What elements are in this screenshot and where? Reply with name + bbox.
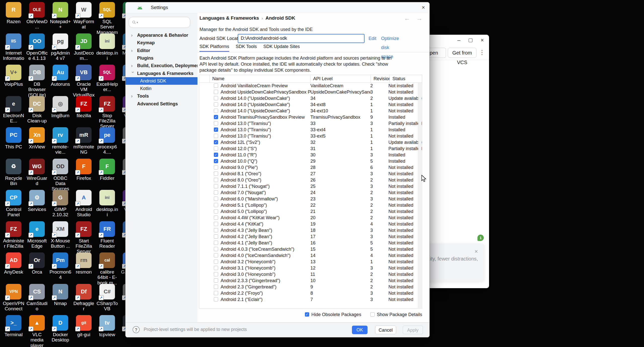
- desktop-icon[interactable]: DB ↗ DB Browser (SQLite): [26, 65, 48, 98]
- row-checkbox[interactable]: [214, 215, 218, 220]
- row-checkbox[interactable]: [214, 272, 218, 276]
- row-checkbox[interactable]: [214, 90, 218, 94]
- desktop-icon[interactable]: AD ↗ AnyDesk: [3, 252, 25, 275]
- row-checkbox[interactable]: [214, 102, 218, 107]
- desktop-icon[interactable]: W ↗ WayFormat: [73, 2, 95, 30]
- header-status[interactable]: Status: [389, 75, 422, 82]
- row-checkbox[interactable]: [214, 203, 218, 207]
- desktop-icon[interactable]: rv ↗ remote-vie...: [49, 127, 71, 155]
- desktop-icon[interactable]: pg ↗ pgAdmin 4 v7: [49, 33, 71, 61]
- desktop-icon[interactable]: cal ↗ calibre 64bit - E-book m...: [96, 252, 118, 285]
- desktop-icon[interactable]: DC ↗ Disk Clean-up: [26, 96, 48, 124]
- table-row[interactable]: Android 6.0 ("Marshmallow") 23 3 Not ins…: [199, 196, 422, 202]
- row-checkbox[interactable]: [214, 121, 218, 125]
- desktop-icon[interactable]: FZ ↗ filezilla: [73, 96, 95, 118]
- row-checkbox[interactable]: [214, 197, 218, 201]
- row-checkbox[interactable]: [214, 278, 218, 283]
- desktop-icon[interactable]: FR ↗ Fluent Reader: [96, 221, 118, 249]
- table-scrollbar[interactable]: [418, 83, 422, 308]
- table-row[interactable]: Android 4.2 ("Jelly Bean") 17 3 Not inst…: [199, 234, 422, 240]
- row-checkbox[interactable]: ✓: [214, 159, 218, 163]
- table-row[interactable]: Android 2.3.3 ("Gingerbread") 10 2 Not i…: [199, 278, 422, 284]
- desktop-icon[interactable]: ⚙ ↗ Services: [26, 190, 48, 212]
- get-from-vcs-button[interactable]: Get from VCS: [448, 48, 476, 58]
- edit-link[interactable]: Edit: [369, 34, 376, 43]
- desktop-icon[interactable]: Xn ↗ XnView: [26, 127, 48, 149]
- forward-icon[interactable]: →: [416, 15, 422, 22]
- desktop-icon[interactable]: D ↗ Docker Desktop: [49, 315, 71, 343]
- close-icon[interactable]: ×: [479, 36, 486, 45]
- desktop-icon[interactable]: C# ↗ CSharpToVB: [96, 284, 118, 312]
- row-checkbox[interactable]: [214, 134, 218, 138]
- table-row[interactable]: Android 4.0 ("IceCreamSandwich") 14 4 No…: [199, 252, 422, 259]
- row-checkbox[interactable]: [214, 228, 218, 232]
- desktop-icon[interactable]: XM ↗ X-Mouse Button ...: [49, 221, 71, 249]
- row-checkbox[interactable]: [214, 297, 218, 301]
- table-row[interactable]: ✓ Android 10.0 ("Q") 29 5 Installed: [199, 158, 422, 164]
- table-row[interactable]: Android 14.0 ("UpsideDownCake") 34-ext8 …: [199, 102, 422, 108]
- table-row[interactable]: Android 2.3 ("Gingerbread") 9 2 Not inst…: [199, 284, 422, 290]
- header-revision[interactable]: Revision: [371, 75, 389, 82]
- sidebar-tree-item[interactable]: Plugins: [126, 54, 197, 62]
- checkbox-icon[interactable]: [370, 312, 375, 317]
- sidebar-tree-item[interactable]: › Editor: [126, 47, 197, 54]
- row-checkbox[interactable]: [214, 96, 218, 100]
- table-row[interactable]: Android 14.0 ("UpsideDownCake") 34-ext10…: [199, 108, 422, 114]
- desktop-icon[interactable]: CP ↗ Control Panel: [3, 190, 25, 218]
- table-row[interactable]: Android 4.0.3 ("IceCreamSandwich") 15 5 …: [199, 246, 422, 252]
- chevron-icon[interactable]: ›: [131, 31, 135, 39]
- desktop-icon[interactable]: ♻ Recycle Bin: [3, 159, 25, 186]
- desktop-icon[interactable]: IIS ↗ Internet Informatio...: [3, 33, 25, 66]
- row-checkbox[interactable]: [214, 266, 218, 270]
- table-row[interactable]: Android 7.1.1 ("Nougat") 25 3 Not instal…: [199, 183, 422, 190]
- desktop-icon[interactable]: R Razen: [3, 2, 25, 24]
- table-row[interactable]: Android 4.1 ("Jelly Bean") 16 5 Not inst…: [199, 240, 422, 246]
- desktop-icon[interactable]: Pm ↗ Procmon64: [49, 252, 71, 280]
- table-row[interactable]: ✓ Android 12L ("Sv2") 32 1 Update availa…: [199, 139, 422, 146]
- sidebar-tree-item[interactable]: › Appearance & Behavior: [126, 31, 197, 39]
- table-row[interactable]: Android 12.0 ("S") 31 1 Partially instal…: [199, 146, 422, 152]
- row-checkbox[interactable]: [214, 285, 218, 289]
- table-row[interactable]: Android UpsideDownCakePrivacySandbox Pre…: [199, 89, 422, 95]
- desktop-icon[interactable]: rm ↗ resmon: [73, 252, 95, 275]
- maximize-icon[interactable]: [469, 38, 472, 42]
- table-row[interactable]: Android 9.0 ("Pie") 28 6 Not installed: [199, 164, 422, 171]
- hide-obsolete-packages-checkbox[interactable]: ✓Hide Obsolete Packages: [305, 312, 361, 317]
- table-row[interactable]: Android 14.0 ("UpsideDownCake") 34 2 Upd…: [199, 95, 422, 102]
- table-row[interactable]: ✓ Android 13.0 ("Tiramisu") 33-ext4 1 In…: [199, 127, 422, 133]
- desktop-icon[interactable]: Au ↗ Autoruns: [49, 65, 71, 87]
- table-row[interactable]: ✓ Android 11.0 ("R") 30 3 Installed: [199, 152, 422, 158]
- row-checkbox[interactable]: [214, 83, 218, 88]
- checkbox-icon[interactable]: ✓: [305, 312, 309, 317]
- table-row[interactable]: Android 4.3 ("Jelly Bean") 18 3 Not inst…: [199, 227, 422, 234]
- desktop-icon[interactable]: git ↗ git-gui: [73, 315, 95, 337]
- row-checkbox[interactable]: ✓: [214, 127, 218, 132]
- sidebar-tree-item[interactable]: Kotlin: [126, 85, 197, 92]
- row-checkbox[interactable]: [214, 209, 218, 213]
- chevron-icon[interactable]: ›: [129, 71, 137, 75]
- table-row[interactable]: Android 8.0 ("Oreo") 26 2 Not installed: [199, 177, 422, 183]
- row-checkbox[interactable]: [214, 291, 218, 295]
- row-checkbox[interactable]: [214, 178, 218, 182]
- minimize-icon[interactable]: –: [456, 36, 462, 45]
- desktop-icon[interactable]: N ↗ Nmap: [49, 284, 71, 306]
- help-icon[interactable]: ?: [133, 326, 140, 333]
- header-name[interactable]: Name: [209, 75, 310, 82]
- table-row[interactable]: Android 13.0 ("Tiramisu") 33 3 Partially…: [199, 120, 422, 127]
- desktop-icon[interactable]: ini desktop.ini: [96, 33, 118, 61]
- table-row[interactable]: Android 7.0 ("Nougat") 24 2 Not installe…: [199, 190, 422, 196]
- row-checkbox[interactable]: ✓: [214, 153, 218, 157]
- desktop-icon[interactable]: VB ↗ Oracle VM VirtualBox: [73, 65, 95, 98]
- table-row[interactable]: Android 4.4W ("KitKat Wear") 20 2 Not in…: [199, 215, 422, 221]
- row-checkbox[interactable]: [214, 146, 218, 151]
- row-checkbox[interactable]: [214, 259, 218, 264]
- sidebar-tree-item[interactable]: Advanced Settings: [126, 100, 197, 108]
- chevron-icon[interactable]: ›: [131, 62, 135, 69]
- desktop-icon[interactable]: Or ↗ Orca: [26, 252, 48, 275]
- notification-close-icon[interactable]: ×: [474, 248, 478, 255]
- desktop-icon[interactable]: G ↗ GIMP 2.10.32: [49, 190, 71, 218]
- tab[interactable]: SDK Tools: [236, 44, 257, 51]
- table-row[interactable]: Android 2.2 ("Froyo") 8 3 Not installed: [199, 290, 422, 296]
- chevron-icon[interactable]: ›: [131, 47, 135, 54]
- desktop-icon[interactable]: F ↗ Firefox: [73, 159, 95, 181]
